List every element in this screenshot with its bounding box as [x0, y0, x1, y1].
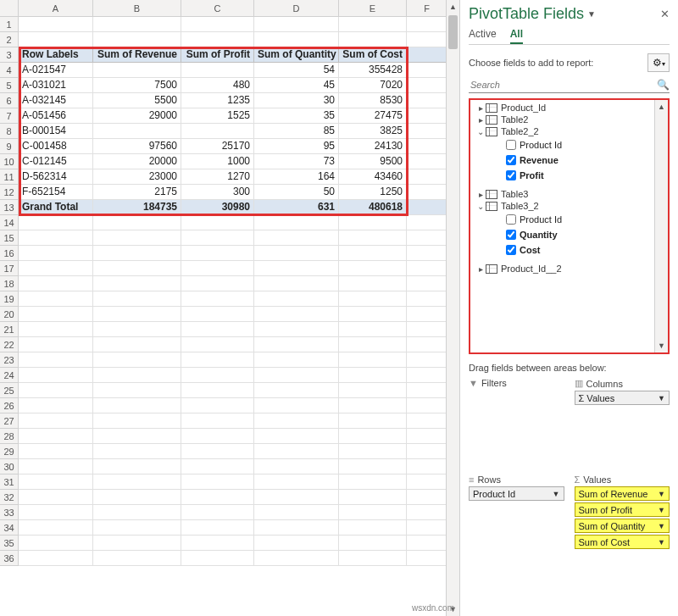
cell[interactable]	[254, 551, 339, 566]
cell[interactable]	[339, 413, 407, 429]
row-header[interactable]: 13	[0, 200, 19, 215]
fields-settings-button[interactable]: ⚙▾	[647, 53, 670, 72]
cell[interactable]	[407, 63, 447, 78]
cell[interactable]	[254, 474, 339, 490]
node-table3[interactable]: ▸ Table3	[470, 188, 668, 200]
cell[interactable]	[181, 246, 254, 261]
cell[interactable]	[339, 246, 407, 261]
cell[interactable]	[19, 246, 93, 261]
cell[interactable]: 73	[254, 154, 339, 169]
cell[interactable]	[93, 63, 181, 78]
cell[interactable]	[407, 93, 447, 108]
cell[interactable]: 164	[254, 169, 339, 185]
cell[interactable]	[339, 551, 407, 566]
grid-scrollbar[interactable]: ▲ ▼	[446, 0, 459, 616]
cell[interactable]	[254, 429, 339, 444]
cell[interactable]	[181, 413, 254, 429]
row-header[interactable]: 7	[0, 108, 19, 124]
cell[interactable]	[339, 215, 407, 230]
pane-title-dropdown-icon[interactable]: ▼	[587, 9, 596, 19]
cell[interactable]	[254, 261, 339, 276]
cell[interactable]	[93, 383, 181, 398]
row-header[interactable]: 11	[0, 169, 19, 185]
cell[interactable]	[19, 307, 93, 322]
cell[interactable]	[93, 215, 181, 230]
cell[interactable]	[181, 536, 254, 551]
pill-sum-quantity[interactable]: Sum of Quantity▼	[575, 519, 670, 533]
node-product-id[interactable]: ▸ Product_Id	[470, 102, 668, 114]
row-header[interactable]: 12	[0, 185, 19, 200]
cell[interactable]	[93, 261, 181, 276]
cell[interactable]	[339, 352, 407, 368]
cell[interactable]: 27475	[339, 108, 407, 124]
scroll-thumb[interactable]	[448, 15, 458, 49]
cell[interactable]	[254, 32, 339, 47]
cell[interactable]	[19, 474, 93, 490]
cell[interactable]: 631	[254, 200, 339, 215]
cell[interactable]	[181, 520, 254, 536]
cell[interactable]	[254, 383, 339, 398]
area-rows[interactable]: ≡Rows Product Id▼	[469, 474, 564, 551]
field-t22-profit[interactable]: Profit	[470, 168, 668, 183]
cell[interactable]	[93, 246, 181, 261]
cells-area[interactable]: Row Labels▼Sum of RevenueSum of ProfitSu…	[19, 17, 459, 566]
row-header[interactable]: 4	[0, 63, 19, 78]
field-t32-quantity[interactable]: Quantity	[470, 227, 668, 242]
cell[interactable]	[19, 352, 93, 368]
cell[interactable]	[407, 551, 447, 566]
cell[interactable]	[339, 536, 407, 551]
cell[interactable]	[254, 291, 339, 307]
row-header[interactable]: 29	[0, 444, 19, 459]
row-header[interactable]: 33	[0, 505, 19, 520]
cell[interactable]: A-021547	[19, 63, 93, 78]
cell[interactable]	[181, 124, 254, 139]
col-header-a[interactable]: A	[19, 0, 93, 16]
field-checkbox[interactable]	[506, 155, 516, 165]
row-header[interactable]: 25	[0, 383, 19, 398]
cell[interactable]	[407, 246, 447, 261]
cell[interactable]	[19, 536, 93, 551]
cell[interactable]	[19, 383, 93, 398]
cell[interactable]	[407, 200, 447, 215]
cell[interactable]	[181, 352, 254, 368]
cell[interactable]	[407, 368, 447, 383]
cell[interactable]	[181, 398, 254, 413]
pill-sigma-values[interactable]: Σ Values▼	[575, 391, 670, 405]
cell[interactable]	[19, 551, 93, 566]
scroll-up-icon[interactable]: ▲	[655, 100, 668, 114]
cell[interactable]: Sum of Quantity	[254, 47, 339, 63]
cell[interactable]: 20000	[93, 154, 181, 169]
cell[interactable]	[407, 398, 447, 413]
cell[interactable]	[181, 337, 254, 352]
cell[interactable]	[339, 276, 407, 291]
cell[interactable]	[254, 368, 339, 383]
cell[interactable]	[181, 307, 254, 322]
row-header[interactable]: 19	[0, 291, 19, 307]
cell[interactable]	[181, 215, 254, 230]
cell[interactable]	[254, 246, 339, 261]
cell[interactable]: 24130	[339, 139, 407, 154]
cell[interactable]	[407, 17, 447, 32]
cell[interactable]	[93, 17, 181, 32]
cell[interactable]	[254, 413, 339, 429]
cell[interactable]	[254, 536, 339, 551]
cell[interactable]	[93, 474, 181, 490]
tab-all[interactable]: All	[510, 28, 523, 44]
scroll-up-icon[interactable]: ▲	[447, 0, 459, 14]
cell[interactable]: 480	[181, 78, 254, 93]
cell[interactable]	[339, 337, 407, 352]
col-header-d[interactable]: D	[254, 0, 339, 16]
cell[interactable]	[19, 261, 93, 276]
cell[interactable]: Grand Total	[19, 200, 93, 215]
cell[interactable]: 2175	[93, 185, 181, 200]
cell[interactable]	[181, 17, 254, 32]
row-header[interactable]: 2	[0, 32, 19, 47]
cell[interactable]	[407, 307, 447, 322]
cell[interactable]	[407, 520, 447, 536]
cell[interactable]	[19, 368, 93, 383]
cell[interactable]	[407, 459, 447, 474]
row-header[interactable]: 24	[0, 368, 19, 383]
cell[interactable]	[407, 383, 447, 398]
cell[interactable]	[407, 444, 447, 459]
select-all-corner[interactable]	[0, 0, 19, 17]
